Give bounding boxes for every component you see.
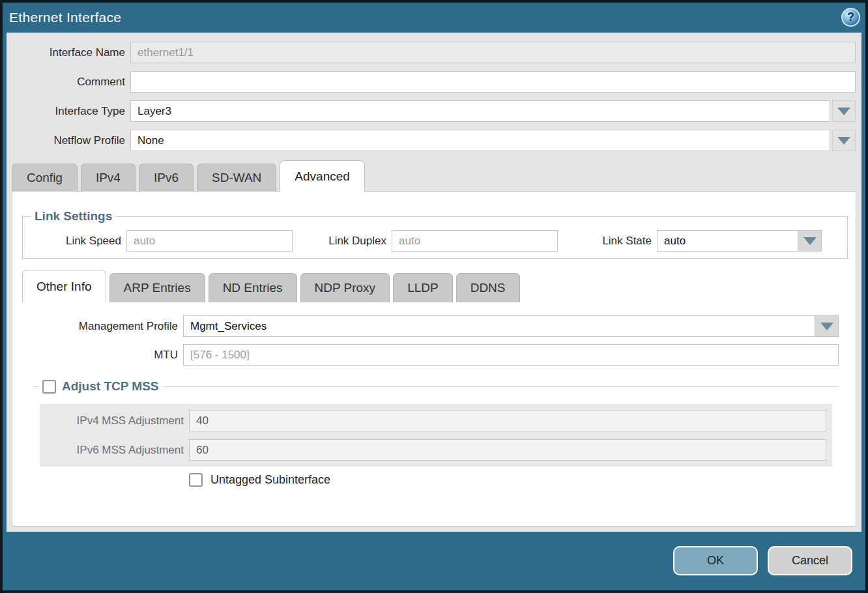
management-profile-select bbox=[183, 315, 839, 337]
tab-ddns[interactable]: DDNS bbox=[456, 273, 520, 302]
comment-row: Comment bbox=[7, 71, 856, 93]
link-speed-field[interactable] bbox=[126, 230, 293, 252]
dialog-body: Interface Name Comment Interface Type bbox=[7, 33, 861, 532]
tab-advanced[interactable]: Advanced bbox=[280, 160, 365, 192]
dialog-titlebar: Ethernet Interface ? bbox=[3, 3, 865, 33]
tab-lldp[interactable]: LLDP bbox=[393, 273, 453, 302]
tab-ndp-proxy[interactable]: NDP Proxy bbox=[300, 273, 390, 302]
netflow-profile-label: Netflow Profile bbox=[7, 134, 130, 147]
comment-field[interactable] bbox=[130, 71, 856, 93]
interface-name-label: Interface Name bbox=[7, 46, 130, 59]
ethernet-interface-dialog: Ethernet Interface ? Interface Name Comm… bbox=[3, 3, 865, 590]
ipv4-mss-label: IPv4 MSS Adjustment bbox=[40, 414, 189, 427]
management-profile-field[interactable] bbox=[184, 316, 815, 336]
link-settings-row: Link Speed Link Duplex Link State bbox=[23, 230, 847, 252]
cancel-button[interactable]: Cancel bbox=[768, 546, 852, 575]
ipv6-mss-row: IPv6 MSS Adjustment bbox=[40, 439, 832, 461]
advanced-tab-panel: Link Settings Link Speed Link Duplex Lin… bbox=[12, 191, 856, 527]
netflow-profile-combo bbox=[130, 130, 856, 151]
chevron-down-icon bbox=[837, 137, 850, 145]
tab-other-info[interactable]: Other Info bbox=[22, 270, 106, 302]
ipv4-mss-field bbox=[189, 410, 826, 431]
interface-type-row: Interface Type bbox=[7, 100, 856, 122]
ok-button[interactable]: OK bbox=[673, 546, 758, 575]
mtu-label: MTU bbox=[12, 349, 183, 362]
link-state-dropdown-button[interactable] bbox=[798, 231, 821, 251]
interface-type-combo bbox=[130, 100, 856, 122]
mss-disabled-panel: IPv4 MSS Adjustment IPv6 MSS Adjustment bbox=[40, 404, 832, 467]
comment-label: Comment bbox=[7, 76, 130, 89]
interface-type-dropdown-button[interactable] bbox=[832, 100, 856, 122]
interface-type-field[interactable] bbox=[130, 100, 830, 122]
adjust-tcp-mss-legend-text: Adjust TCP MSS bbox=[62, 379, 159, 394]
adjust-tcp-mss-fieldset: Adjust TCP MSS IPv4 MSS Adjustment IPv6 … bbox=[33, 379, 839, 456]
tab-arp-entries[interactable]: ARP Entries bbox=[109, 273, 205, 302]
top-form: Interface Name Comment Interface Type bbox=[7, 42, 856, 159]
tab-config[interactable]: Config bbox=[12, 164, 78, 192]
management-profile-dropdown-button[interactable] bbox=[815, 316, 838, 336]
chevron-down-icon bbox=[803, 237, 817, 245]
untagged-subinterface-label: Untagged Subinterface bbox=[210, 473, 330, 487]
link-duplex-label: Link Duplex bbox=[293, 235, 392, 248]
adjust-tcp-mss-checkbox[interactable] bbox=[42, 380, 56, 394]
tab-nd-entries[interactable]: ND Entries bbox=[209, 273, 297, 302]
tab-ipv4[interactable]: IPv4 bbox=[81, 164, 136, 192]
mtu-field[interactable] bbox=[183, 344, 839, 366]
tab-ipv6[interactable]: IPv6 bbox=[139, 164, 194, 192]
ipv6-mss-label: IPv6 MSS Adjustment bbox=[40, 444, 189, 457]
sub-tab-bar: Other Info ARP Entries ND Entries NDP Pr… bbox=[22, 270, 520, 302]
management-profile-label: Management Profile bbox=[12, 320, 183, 333]
netflow-profile-dropdown-button[interactable] bbox=[832, 130, 856, 151]
chevron-down-icon bbox=[820, 323, 833, 330]
netflow-profile-row: Netflow Profile bbox=[7, 130, 856, 151]
interface-type-label: Interface Type bbox=[7, 105, 130, 118]
ipv4-mss-row: IPv4 MSS Adjustment bbox=[40, 410, 832, 431]
untagged-subinterface-row: Untagged Subinterface bbox=[189, 473, 330, 487]
adjust-tcp-mss-legend: Adjust TCP MSS bbox=[38, 379, 163, 394]
netflow-profile-field[interactable] bbox=[130, 130, 830, 151]
link-duplex-field[interactable] bbox=[392, 230, 558, 252]
link-state-select bbox=[657, 230, 822, 252]
main-tab-bar: Config IPv4 IPv6 SD-WAN Advanced bbox=[12, 160, 365, 192]
untagged-subinterface-checkbox[interactable] bbox=[189, 473, 203, 487]
dialog-title: Ethernet Interface bbox=[3, 10, 121, 25]
management-profile-row: Management Profile bbox=[12, 315, 839, 337]
help-icon[interactable]: ? bbox=[841, 8, 860, 27]
link-speed-label: Link Speed bbox=[23, 235, 126, 248]
mtu-row: MTU bbox=[12, 344, 839, 366]
link-settings-legend: Link Settings bbox=[31, 209, 116, 224]
screen: Ethernet Interface ? Interface Name Comm… bbox=[0, 0, 868, 593]
link-state-label: Link State bbox=[558, 235, 657, 248]
ipv6-mss-field bbox=[189, 439, 826, 461]
link-settings-fieldset: Link Settings Link Speed Link Duplex Lin… bbox=[22, 209, 848, 259]
chevron-down-icon bbox=[837, 108, 850, 115]
link-state-field[interactable] bbox=[658, 231, 798, 251]
tab-sdwan[interactable]: SD-WAN bbox=[197, 164, 276, 192]
interface-name-row: Interface Name bbox=[7, 42, 856, 63]
interface-name-field bbox=[130, 42, 856, 63]
